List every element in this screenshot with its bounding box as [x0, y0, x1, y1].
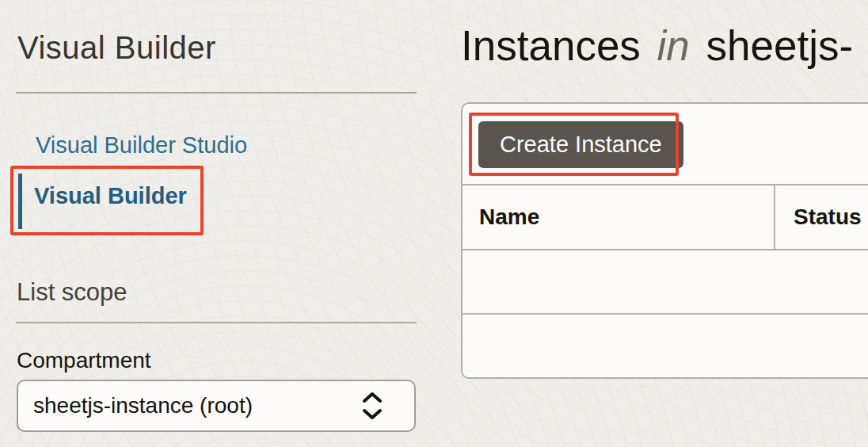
compartment-select-value: sheetjs-instance (root): [33, 393, 362, 418]
list-scope-heading: List scope: [17, 280, 128, 304]
up-down-chevron-icon: [362, 390, 383, 422]
page-title-compartment-scope: sheetjs-: [706, 22, 854, 69]
page-title-connector: in: [657, 22, 690, 69]
compartment-label: Compartment: [17, 350, 151, 372]
table-row: [463, 315, 868, 377]
sidebar-item-visual-builder[interactable]: Visual Builder: [34, 185, 187, 208]
instances-toolbar: Create Instance: [463, 104, 868, 184]
create-instance-button[interactable]: Create Instance: [478, 121, 683, 168]
column-header-name[interactable]: Name: [463, 185, 775, 249]
instances-panel: Create Instance Name Status: [461, 102, 868, 379]
sidebar-item-visual-builder-studio[interactable]: Visual Builder Studio: [36, 134, 247, 157]
sidebar-divider: [16, 322, 417, 323]
table-row: [463, 250, 868, 315]
compartment-select[interactable]: sheetjs-instance (root): [17, 380, 416, 432]
selected-indicator-bar: [18, 174, 22, 229]
sidebar-divider: [16, 92, 417, 94]
sidebar-title: Visual Builder: [17, 32, 216, 63]
table-header-row: Name Status: [463, 184, 868, 250]
column-header-status[interactable]: Status: [775, 185, 868, 249]
page-title: Instances in sheetjs-: [461, 25, 853, 67]
page-title-prefix: Instances: [461, 22, 641, 69]
